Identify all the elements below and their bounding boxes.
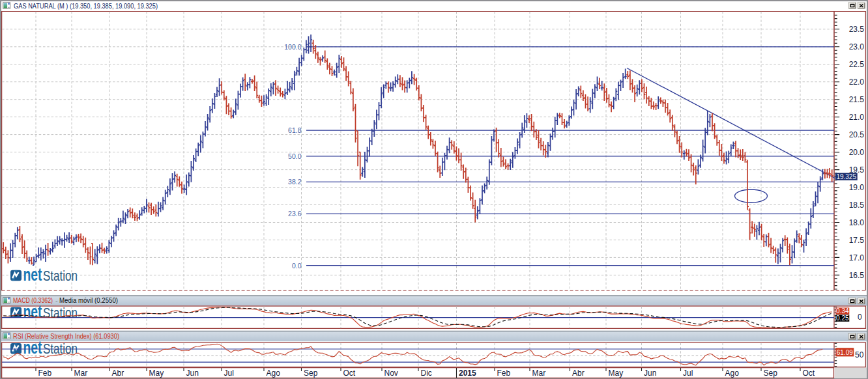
svg-text:50.0: 50.0 — [288, 152, 302, 160]
svg-text:38.2: 38.2 — [288, 178, 302, 186]
svg-text:23.0: 23.0 — [849, 42, 865, 51]
svg-text:Jun: Jun — [186, 369, 199, 378]
svg-text:Nov: Nov — [384, 369, 398, 378]
svg-text:20.0: 20.0 — [849, 148, 865, 157]
svg-text:Abr: Abr — [572, 369, 585, 378]
svg-text:Feb: Feb — [497, 369, 511, 378]
svg-text:50: 50 — [855, 350, 864, 359]
svg-text:Jul: Jul — [683, 369, 693, 378]
svg-text:0: 0 — [858, 313, 862, 322]
svg-text:18.0: 18.0 — [849, 218, 865, 227]
svg-text:Jul: Jul — [224, 369, 234, 378]
svg-text:19.325: 19.325 — [836, 173, 856, 180]
svg-text:Oct: Oct — [343, 369, 356, 378]
svg-text:22.0: 22.0 — [849, 77, 865, 87]
svg-text:16.5: 16.5 — [849, 271, 865, 280]
svg-text:Oct: Oct — [803, 369, 815, 378]
svg-text:Feb: Feb — [38, 369, 52, 378]
svg-text:17.5: 17.5 — [849, 236, 865, 245]
svg-text:Media móvil (0.2550): Media móvil (0.2550) — [59, 296, 118, 304]
svg-text:0.34: 0.34 — [836, 307, 849, 315]
svg-text:GAS NATURAL (M ) (19.350, 19.3: GAS NATURAL (M ) (19.350, 19.385, 19.090… — [14, 2, 158, 10]
svg-text:2015: 2015 — [459, 369, 476, 378]
svg-text:61.09: 61.09 — [837, 348, 853, 356]
svg-text:-: - — [55, 296, 58, 304]
svg-text:May: May — [609, 369, 624, 378]
svg-text:Abr: Abr — [112, 369, 124, 378]
svg-text:May: May — [149, 369, 164, 378]
svg-text:21.0: 21.0 — [849, 113, 865, 122]
svg-text:Mar: Mar — [74, 369, 88, 378]
svg-text:0.25: 0.25 — [836, 315, 849, 322]
svg-text:19.0: 19.0 — [849, 183, 865, 192]
svg-text:Dic: Dic — [421, 369, 432, 378]
svg-text:61.8: 61.8 — [288, 126, 302, 134]
svg-text:Ago: Ago — [267, 369, 281, 378]
svg-text:23.6: 23.6 — [288, 210, 302, 218]
svg-text:0.0: 0.0 — [292, 262, 302, 270]
svg-text:21.5: 21.5 — [849, 95, 865, 104]
svg-text:23.5: 23.5 — [849, 25, 865, 34]
svg-text:Sep: Sep — [304, 369, 318, 378]
svg-text:Ago: Ago — [725, 369, 740, 378]
svg-text:100.0: 100.0 — [284, 43, 301, 51]
svg-text:20.5: 20.5 — [849, 130, 865, 139]
svg-text:Sep: Sep — [764, 369, 778, 378]
svg-text:Mar: Mar — [532, 369, 546, 378]
svg-text:22.5: 22.5 — [849, 60, 865, 69]
svg-text:Jun: Jun — [644, 369, 656, 378]
svg-text:18.5: 18.5 — [849, 201, 865, 210]
svg-text:17.0: 17.0 — [849, 253, 865, 262]
